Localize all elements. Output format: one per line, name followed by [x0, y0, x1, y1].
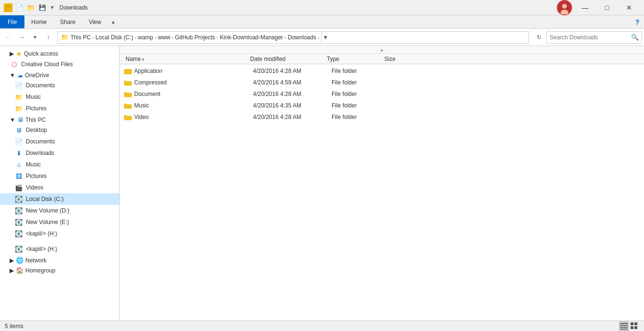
- file-row[interactable]: Application 4/20/2016 4:28 AM File folde…: [120, 65, 644, 77]
- profile-icon: [557, 0, 572, 15]
- ribbon: File Home Share View ▲ ?: [0, 15, 644, 29]
- file-row[interactable]: Document 4/20/2016 4:28 AM File folder: [120, 88, 644, 100]
- up-button[interactable]: ↑: [42, 31, 55, 44]
- ribbon-tab-share[interactable]: Share: [53, 15, 82, 29]
- breadcrumb-kink[interactable]: Kink-Download-Manager: [220, 34, 283, 41]
- address-dropdown-button[interactable]: ▼: [321, 31, 330, 44]
- sidebar-header-network[interactable]: ▶ 🌐 Network: [0, 255, 119, 265]
- file-type-document: File folder: [332, 91, 389, 97]
- sidebar-pictures-label: Pictures: [26, 173, 115, 179]
- breadcrumb-local-disk[interactable]: Local Disk (C:): [95, 34, 133, 41]
- svg-point-4: [562, 4, 567, 9]
- search-icon[interactable]: 🔍: [631, 34, 639, 41]
- sidebar-network-label: Network: [25, 257, 46, 264]
- breadcrumb-www[interactable]: www: [158, 34, 170, 41]
- sidebar-header-onedrive[interactable]: ▼ ☁ OneDrive: [0, 70, 119, 80]
- sidebar-item-new-volume-d[interactable]: 💽 New Volume (D:): [0, 205, 119, 216]
- col-header-name[interactable]: Name ▲: [124, 56, 248, 62]
- sidebar-downloads-label: Downloads: [26, 150, 115, 156]
- window-controls: — □ ✕: [574, 0, 640, 15]
- ribbon-tab-home[interactable]: Home: [24, 15, 53, 29]
- new-volume-d-icon: 💽: [14, 206, 23, 215]
- file-type-music: File folder: [332, 102, 389, 109]
- this-pc-expand-icon: ▼: [10, 117, 15, 123]
- recent-button[interactable]: ▼: [29, 31, 41, 44]
- sidebar-homegroup-label: Homegroup: [25, 267, 56, 274]
- sidebar-header-quick-access[interactable]: ▶ ★ Quick access: [0, 48, 119, 59]
- sidebar-item-pc-music[interactable]: ♫ Music: [0, 159, 119, 170]
- search-box[interactable]: 🔍: [546, 31, 642, 44]
- sidebar-od-documents-label: Documents: [26, 82, 115, 89]
- sidebar-item-new-volume-e[interactable]: 💽 New Volume (E:): [0, 216, 119, 228]
- title-bar-icons: 📄 📁 💾 ▼: [4, 3, 56, 12]
- file-row[interactable]: Video 4/20/2016 4:28 AM File folder: [120, 111, 644, 123]
- col-header-date[interactable]: Date modified: [248, 56, 325, 62]
- ribbon-tab-view[interactable]: View: [82, 15, 108, 29]
- svg-rect-23: [634, 322, 637, 325]
- file-date-document: 4/20/2016 4:28 AM: [253, 91, 330, 97]
- col-header-size[interactable]: Size: [382, 56, 421, 62]
- file-row[interactable]: Music 4/20/2016 4:35 AM File folder: [120, 100, 644, 111]
- address-bar[interactable]: 📁 This PC › Local Disk (C:) › wamp › www…: [58, 31, 529, 44]
- sidebar-item-od-pictures[interactable]: 📁 Pictures: [0, 103, 119, 114]
- close-button[interactable]: ✕: [618, 0, 640, 15]
- sidebar-kapil-h1-label: <kapil/> (H:): [26, 230, 115, 237]
- status-view-icons: [619, 321, 639, 331]
- maximize-button[interactable]: □: [596, 0, 618, 15]
- breadcrumb: This PC › Local Disk (C:) › wamp › www ›…: [70, 34, 320, 41]
- navigation-bar: ← → ▼ ↑ 📁 This PC › Local Disk (C:) › wa…: [0, 29, 644, 46]
- titlebar-folder-icon[interactable]: 📁: [26, 3, 35, 12]
- svg-rect-20: [620, 327, 628, 328]
- folder-icon-application: [124, 67, 132, 75]
- title-bar: 📄 📁 💾 ▼ Downloads — □ ✕: [0, 0, 644, 15]
- file-date-music: 4/20/2016 4:35 AM: [253, 102, 330, 109]
- sidebar-desktop-label: Desktop: [26, 127, 115, 133]
- sidebar-item-pc-documents[interactable]: 📄 Documents: [0, 136, 119, 147]
- breadcrumb-github[interactable]: GitHub Projects: [175, 34, 215, 41]
- sidebar-item-od-music[interactable]: 📁 Music: [0, 91, 119, 103]
- main-content: ▶ ★ Quick access ⬡ Creative Cloud Files …: [0, 46, 644, 320]
- breadcrumb-this-pc[interactable]: This PC: [70, 34, 91, 41]
- ribbon-expand-button[interactable]: ▲: [108, 15, 118, 29]
- forward-button[interactable]: →: [15, 31, 28, 44]
- folder-icon-document: [124, 90, 132, 98]
- window-title: Downloads: [59, 4, 557, 11]
- refresh-button[interactable]: ↻: [533, 31, 545, 44]
- sidebar-item-creative-cloud[interactable]: ⬡ Creative Cloud Files: [0, 59, 119, 70]
- minimize-button[interactable]: —: [574, 0, 596, 15]
- view-details-button[interactable]: [619, 321, 629, 331]
- back-button[interactable]: ←: [2, 31, 14, 44]
- new-volume-e-icon: 💽: [14, 218, 23, 226]
- ribbon-help-button[interactable]: ?: [631, 15, 644, 29]
- sidebar-item-pictures[interactable]: 🖼 Pictures: [0, 170, 119, 182]
- view-large-icons-button[interactable]: [630, 321, 639, 331]
- col-date-label: Date modified: [250, 56, 286, 62]
- scroll-up-indicator[interactable]: ▲: [120, 46, 644, 54]
- sidebar-item-local-disk-c[interactable]: 💽 Local Disk (C:): [0, 193, 119, 205]
- sidebar-item-od-documents[interactable]: 📄 Documents: [0, 80, 119, 91]
- search-input[interactable]: [550, 34, 629, 41]
- file-date-video: 4/20/2016 4:28 AM: [253, 114, 330, 120]
- sidebar-item-kapil-h1[interactable]: 💽 <kapil/> (H:): [0, 228, 119, 239]
- breadcrumb-wamp[interactable]: wamp: [138, 34, 153, 41]
- titlebar-new-icon[interactable]: 📄: [14, 3, 24, 12]
- sidebar-od-music-label: Music: [26, 94, 115, 100]
- titlebar-dropdown-icon[interactable]: ▼: [49, 3, 56, 12]
- sidebar-item-downloads[interactable]: ⬇ Downloads: [0, 147, 119, 159]
- file-row[interactable]: Compressed 4/20/2016 4:59 AM File folder: [120, 77, 644, 88]
- sidebar-item-kapil-h2[interactable]: 💽 <kapil/> (H:): [0, 243, 119, 255]
- sidebar-item-desktop[interactable]: 🖥 Desktop: [0, 124, 119, 136]
- sidebar-header-this-pc[interactable]: ▼ 🖥 This PC: [0, 114, 119, 124]
- ribbon-file-button[interactable]: File: [0, 15, 24, 28]
- sidebar-pc-documents-label: Documents: [26, 138, 115, 145]
- sidebar-header-homegroup[interactable]: ▶ 🏠 Homegroup: [0, 265, 119, 275]
- network-expand-icon: ▶: [10, 257, 14, 264]
- sidebar-this-pc-label: This PC: [25, 117, 46, 123]
- titlebar-save-icon[interactable]: 💾: [37, 3, 47, 12]
- breadcrumb-downloads[interactable]: Downloads: [288, 34, 316, 41]
- svg-rect-25: [634, 326, 637, 329]
- homegroup-expand-icon: ▶: [10, 267, 14, 274]
- sidebar-videos-label: Videos: [26, 184, 115, 191]
- col-header-type[interactable]: Type: [325, 56, 382, 62]
- sidebar-item-videos[interactable]: 🎬 Videos: [0, 182, 119, 193]
